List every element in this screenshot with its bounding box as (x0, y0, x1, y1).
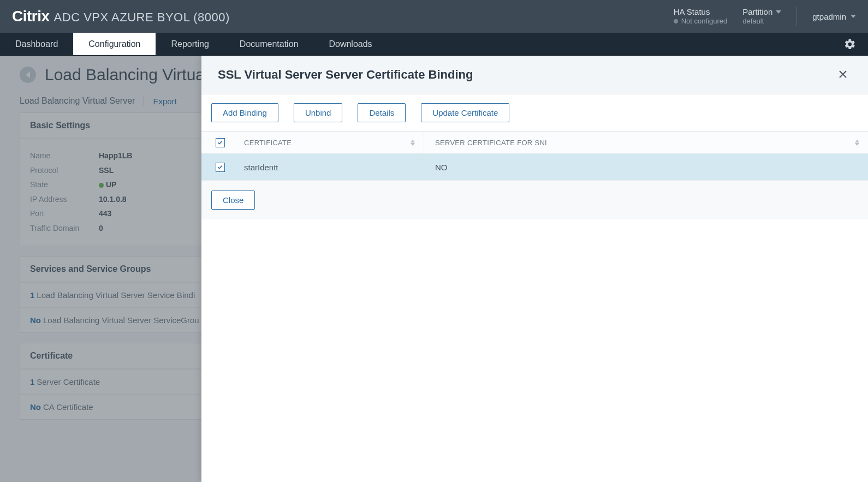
nav-bar: Dashboard Configuration Reporting Docume… (0, 33, 868, 56)
bindings-table: CERTIFICATE SERVER CERTIFICATE FOR SNI s… (201, 131, 868, 180)
sort-icon (411, 140, 415, 146)
tab-configuration[interactable]: Configuration (73, 33, 156, 55)
status-dot-icon (674, 19, 678, 23)
user-name: gtpadmin (812, 12, 846, 21)
separator (796, 7, 797, 26)
partition-value: default (742, 17, 781, 26)
ha-status: HA Status Not configured (674, 7, 728, 26)
details-button[interactable]: Details (358, 103, 406, 122)
column-certificate[interactable]: CERTIFICATE (239, 132, 424, 153)
partition-selector[interactable]: Partition default (742, 7, 781, 26)
unbind-button[interactable]: Unbind (294, 103, 343, 122)
nav-tabs: Dashboard Configuration Reporting Docume… (0, 33, 388, 55)
brand-right: HA Status Not configured Partition defau… (674, 7, 856, 26)
modal-header: SSL Virtual Server Server Certificate Bi… (201, 56, 868, 94)
update-certificate-button[interactable]: Update Certificate (421, 103, 509, 122)
brand-bar: Citrix ADC VPX AZURE BYOL (8000) HA Stat… (0, 0, 868, 33)
partition-label: Partition (742, 7, 772, 17)
tab-documentation[interactable]: Documentation (224, 33, 314, 55)
modal-toolbar: Add Binding Unbind Details Update Certif… (201, 94, 868, 131)
add-binding-button[interactable]: Add Binding (211, 103, 278, 122)
check-icon (217, 139, 223, 146)
cell-sni: NO (424, 163, 868, 172)
tab-dashboard[interactable]: Dashboard (0, 33, 73, 55)
cell-certificate: starIdentt (239, 163, 424, 172)
row-checkbox[interactable] (216, 163, 225, 172)
tab-downloads[interactable]: Downloads (313, 33, 387, 55)
table-header: CERTIFICATE SERVER CERTIFICATE FOR SNI (201, 131, 868, 154)
column-sni[interactable]: SERVER CERTIFICATE FOR SNI (424, 132, 868, 153)
page-body: Load Balancing Virtual Load Balancing Vi… (0, 56, 868, 482)
ssl-cert-binding-modal: SSL Virtual Server Server Certificate Bi… (201, 56, 868, 482)
brand-name: Citrix (12, 8, 50, 25)
modal-title: SSL Virtual Server Server Certificate Bi… (218, 68, 473, 82)
gear-icon[interactable] (844, 38, 856, 50)
ha-status-label: HA Status (674, 7, 728, 17)
chevron-down-icon (851, 15, 856, 18)
check-icon (217, 164, 223, 170)
table-row[interactable]: starIdentt NO (201, 154, 868, 180)
brand-suffix: ADC VPX AZURE BYOL (8000) (54, 10, 230, 25)
close-icon (839, 70, 847, 79)
close-button[interactable] (834, 66, 852, 84)
close-button[interactable]: Close (211, 191, 255, 210)
sort-icon (855, 140, 859, 146)
tab-reporting[interactable]: Reporting (156, 33, 224, 55)
user-menu[interactable]: gtpadmin (812, 12, 856, 21)
select-all-checkbox[interactable] (216, 138, 225, 147)
ha-status-value: Not configured (674, 17, 728, 26)
brand-left: Citrix ADC VPX AZURE BYOL (8000) (12, 8, 230, 25)
chevron-down-icon (776, 10, 781, 14)
modal-footer: Close (201, 180, 868, 219)
